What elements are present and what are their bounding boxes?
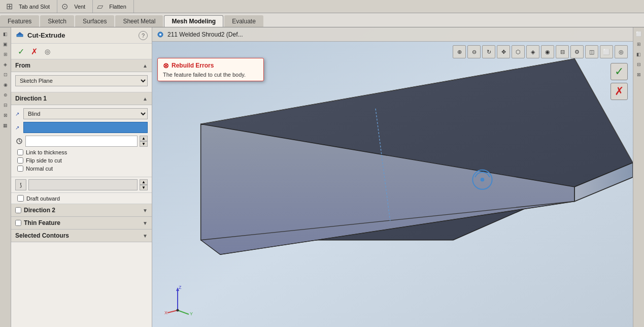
direction1-collapse-arrow: ▲ (143, 96, 148, 102)
rotate-btn[interactable]: ↻ (482, 45, 495, 58)
right-icon-1[interactable]: ⬜ (634, 29, 643, 39)
side-icon-3[interactable]: ⊞ (1, 50, 10, 59)
tab-surfaces[interactable]: Surfaces (75, 15, 114, 27)
from-type-select[interactable]: Sketch Plane (15, 75, 148, 86)
draft-decrement-btn[interactable]: ▼ (140, 185, 148, 190)
confirm-button[interactable]: ✓ (15, 46, 26, 57)
direction1-input[interactable] (23, 122, 148, 133)
zoom-out-btn[interactable]: ⊖ (467, 45, 481, 58)
thin-feature-enable-checkbox[interactable] (15, 220, 21, 226)
normal-cut-label[interactable]: Normal cut (26, 166, 53, 172)
depth-spinner-icon (15, 137, 23, 145)
selected-contours-section-header[interactable]: Selected Contours ▼ (11, 230, 152, 242)
tab-evaluate[interactable]: Evaluate (224, 15, 263, 27)
pan-btn[interactable]: ✥ (497, 45, 510, 58)
section-view-btn[interactable]: ⊟ (556, 45, 569, 58)
flip-side-label[interactable]: Flip side to cut (26, 157, 62, 164)
direction2-section-header[interactable]: Direction 2 ▼ (11, 204, 152, 217)
svg-line-22 (167, 310, 178, 313)
left-panel: Cut-Extrude ? ✓ ✗ ◎ From ▲ Sketch Plane (11, 27, 152, 327)
flip-side-row: Flip side to cut (15, 157, 148, 164)
direction1-type-select[interactable]: Blind (23, 108, 148, 119)
side-icon-8[interactable]: ⊟ (1, 101, 10, 110)
side-icon-1[interactable]: ◧ (1, 29, 10, 39)
right-icon-4[interactable]: ⊟ (634, 60, 643, 69)
view-settings-btn[interactable]: ⚙ (570, 45, 584, 58)
side-icon-6[interactable]: ◉ (1, 80, 10, 89)
right-icon-2[interactable]: ⊞ (634, 40, 643, 49)
side-icon-5[interactable]: ⊡ (1, 70, 10, 79)
hide-show-btn[interactable]: ◉ (541, 45, 554, 58)
depth-increment-btn[interactable]: ▲ (140, 136, 148, 141)
side-icon-9[interactable]: ⊠ (1, 111, 10, 120)
viewport-confirm-button[interactable]: ✓ (611, 63, 628, 80)
error-message: The feature failed to cut the body. (163, 72, 258, 78)
draft-outward-label[interactable]: Draft outward (26, 195, 60, 202)
svg-text:Y: Y (190, 311, 193, 315)
flatten-btn[interactable]: Flatten (106, 3, 129, 11)
error-title-text: Rebuild Errors (172, 62, 214, 69)
view-orient-btn[interactable]: ⬡ (512, 45, 525, 58)
selected-contours-label: Selected Contours (15, 232, 69, 239)
svg-point-26 (177, 309, 179, 312)
tab-features[interactable]: Features (0, 15, 39, 27)
draft-outward-checkbox[interactable] (17, 195, 24, 202)
link-thickness-label[interactable]: Link to thickness (26, 149, 67, 155)
direction1-section-header[interactable]: Direction 1 ▲ (11, 92, 152, 105)
tab-slot-icon: ⊞ (6, 2, 13, 11)
depth-decrement-btn[interactable]: ▼ (140, 141, 148, 147)
tab-bar: Features Sketch Surfaces Sheet Metal Mes… (0, 13, 644, 27)
svg-line-4 (19, 141, 21, 142)
draft-input[interactable] (28, 179, 138, 190)
preview-button[interactable]: ◎ (42, 46, 53, 57)
property-panel-content: From ▲ Sketch Plane Direction 1 ▲ ↗ (11, 59, 152, 327)
link-thickness-checkbox[interactable] (17, 149, 23, 155)
svg-text:X: X (164, 310, 167, 315)
normal-cut-row: Normal cut (15, 166, 148, 172)
normal-cut-checkbox[interactable] (17, 166, 23, 172)
direction2-enable-checkbox[interactable] (15, 207, 21, 213)
thin-feature-expand-arrow: ▼ (143, 220, 148, 226)
zoom-in-btn[interactable]: ⊕ (453, 45, 466, 58)
confirm-overlay: ✓ ✗ (611, 63, 628, 100)
depth-spinner-buttons: ▲ ▼ (140, 136, 148, 147)
help-button[interactable]: ? (139, 31, 148, 40)
toolbar-section-vent: ⊙ Vent (57, 0, 93, 13)
vent-btn[interactable]: Vent (71, 3, 88, 11)
direction1-type-row: ↗ Blind (15, 108, 148, 119)
flip-side-checkbox[interactable] (17, 157, 23, 164)
svg-rect-0 (17, 35, 23, 37)
from-label: From (15, 62, 30, 69)
draft-icon[interactable]: ⟆ (15, 179, 26, 190)
tab-mesh-modeling[interactable]: Mesh Modeling (164, 15, 223, 27)
side-icon-4[interactable]: ◈ (1, 60, 10, 69)
cancel-button[interactable]: ✗ (28, 46, 40, 57)
direction2-expand-arrow: ▼ (143, 208, 148, 213)
direction1-label: Direction 1 (15, 95, 47, 102)
display-style-btn[interactable]: ◈ (526, 45, 539, 58)
panel-title: Cut-Extrude (27, 31, 135, 39)
action-row: ✓ ✗ ◎ (11, 44, 152, 59)
axis-svg: Z X Y (162, 285, 193, 315)
realview-btn[interactable]: ◫ (585, 45, 598, 58)
scene-btn[interactable]: ◎ (615, 45, 628, 58)
right-side-icons: ⬜ ⊞ ◧ ⊟ ⊠ (633, 27, 644, 327)
draft-increment-btn[interactable]: ▲ (140, 179, 148, 185)
tab-and-slot-btn[interactable]: Tab and Slot (16, 3, 53, 11)
depth-input[interactable]: 0.10in (25, 136, 138, 147)
viewport-cancel-button[interactable]: ✗ (611, 83, 628, 100)
side-icon-10[interactable]: ▦ (1, 121, 10, 130)
toolbar-section-flatten: ▱ Flatten (93, 0, 134, 13)
side-icon-2[interactable]: ▣ (1, 40, 10, 49)
side-icon-7[interactable]: ⊛ (1, 90, 10, 100)
from-section-header[interactable]: From ▲ (11, 59, 152, 72)
viewport-background[interactable]: ⊗ Rebuild Errors The feature failed to c… (152, 27, 633, 327)
tab-sketch[interactable]: Sketch (40, 15, 74, 27)
thin-feature-section-header[interactable]: Thin Feature ▼ (11, 217, 152, 230)
right-icon-3[interactable]: ◧ (634, 50, 643, 59)
tab-sheet-metal[interactable]: Sheet Metal (115, 15, 163, 27)
monitor-btn[interactable]: ⬜ (600, 45, 613, 58)
from-type-row: Sketch Plane (15, 75, 148, 86)
right-icon-5[interactable]: ⊠ (634, 70, 643, 79)
from-collapse-arrow: ▲ (143, 63, 148, 69)
